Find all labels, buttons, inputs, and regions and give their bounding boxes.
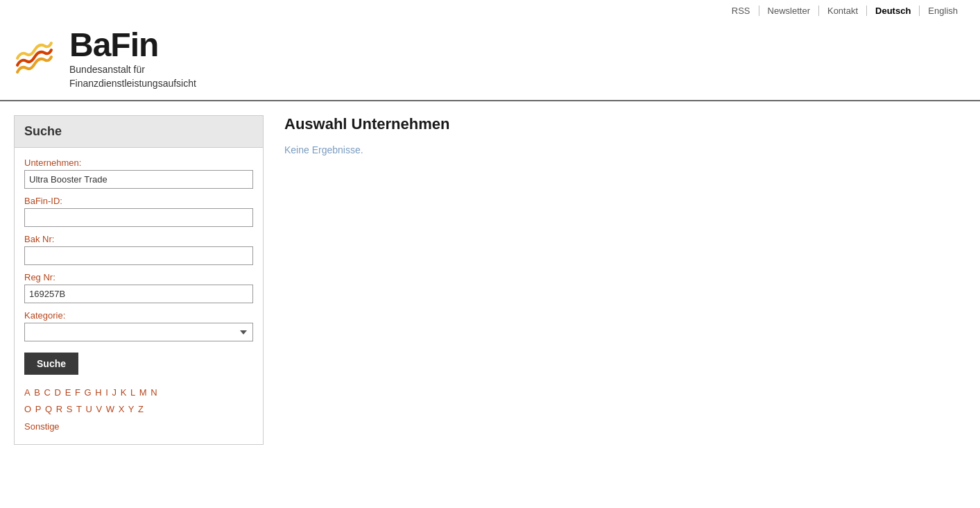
search-button[interactable]: Suche xyxy=(24,353,78,375)
sidebar-title: Suche xyxy=(15,116,263,148)
logo-subtitle: Bundesanstalt für Finanzdienstleistungsa… xyxy=(69,63,196,90)
alpha-link-p[interactable]: P xyxy=(35,404,42,414)
bak-nr-input[interactable] xyxy=(24,246,253,265)
reg-nr-group: Reg Nr: xyxy=(24,272,253,303)
alpha-row-2: O P Q R S T U V W X Y Z xyxy=(24,401,253,417)
logo-name: BaFin xyxy=(69,28,196,62)
newsletter-link[interactable]: Newsletter xyxy=(759,6,819,16)
sidebar-body: Unternehmen: BaFin-ID: Bak Nr: Reg Nr: K… xyxy=(15,148,263,444)
content-title: Auswahl Unternehmen xyxy=(284,115,959,133)
deutsch-link[interactable]: Deutsch xyxy=(867,6,920,16)
unternehmen-group: Unternehmen: xyxy=(24,158,253,189)
alpha-link-i[interactable]: I xyxy=(105,387,108,398)
alpha-link-f[interactable]: F xyxy=(75,387,80,398)
alpha-link-m[interactable]: M xyxy=(139,387,147,398)
alpha-link-r[interactable]: R xyxy=(56,404,62,414)
kategorie-group: Kategorie: xyxy=(24,310,253,341)
top-navigation: RSS Newsletter Kontakt Deutsch English xyxy=(0,0,980,22)
alpha-link-g[interactable]: G xyxy=(85,387,92,398)
content-area: Auswahl Unternehmen Keine Ergebnisse. xyxy=(277,115,966,155)
kategorie-select[interactable] xyxy=(24,323,253,341)
alphabet-links: A B C D E F G H I J K L M N O P xyxy=(24,384,253,434)
english-link[interactable]: English xyxy=(920,6,966,16)
alpha-link-n[interactable]: N xyxy=(151,387,157,398)
search-sidebar: Suche Unternehmen: BaFin-ID: Bak Nr: Reg… xyxy=(14,115,264,445)
alpha-link-b[interactable]: B xyxy=(34,387,40,398)
alpha-link-t[interactable]: T xyxy=(76,404,82,414)
sonstige-link[interactable]: Sonstige xyxy=(24,418,252,434)
alpha-link-w[interactable]: W xyxy=(106,404,114,414)
alpha-link-c[interactable]: C xyxy=(44,387,51,398)
alpha-link-o[interactable]: O xyxy=(24,404,31,414)
reg-nr-input[interactable] xyxy=(24,285,253,303)
rss-link[interactable]: RSS xyxy=(723,6,759,16)
alpha-link-j[interactable]: J xyxy=(112,387,117,398)
alpha-link-u[interactable]: U xyxy=(85,404,92,414)
bafin-id-input[interactable] xyxy=(24,208,253,227)
alpha-row-1: A B C D E F G H I J K L M N xyxy=(24,384,253,400)
alpha-link-y[interactable]: Y xyxy=(128,404,135,414)
bafin-logo-icon xyxy=(14,39,55,81)
bak-nr-group: Bak Nr: xyxy=(24,234,253,265)
unternehmen-input[interactable] xyxy=(24,170,253,189)
alpha-link-x[interactable]: X xyxy=(119,404,125,414)
alpha-link-d[interactable]: D xyxy=(55,387,61,398)
alpha-link-v[interactable]: V xyxy=(96,404,102,414)
alpha-link-a[interactable]: A xyxy=(24,387,31,398)
reg-nr-label: Reg Nr: xyxy=(24,272,253,282)
alpha-link-l[interactable]: L xyxy=(130,387,135,398)
bafin-id-label: BaFin-ID: xyxy=(24,196,253,206)
kategorie-label: Kategorie: xyxy=(24,310,253,321)
kontakt-link[interactable]: Kontakt xyxy=(819,6,867,16)
alpha-link-e[interactable]: E xyxy=(65,387,71,398)
bak-nr-label: Bak Nr: xyxy=(24,234,253,244)
alpha-link-h[interactable]: H xyxy=(95,387,101,398)
alpha-link-k[interactable]: K xyxy=(121,387,127,398)
bafin-id-group: BaFin-ID: xyxy=(24,196,253,227)
site-header: BaFin Bundesanstalt für Finanzdienstleis… xyxy=(0,22,980,100)
unternehmen-label: Unternehmen: xyxy=(24,158,253,168)
main-layout: Suche Unternehmen: BaFin-ID: Bak Nr: Reg… xyxy=(0,101,980,459)
alpha-link-s[interactable]: S xyxy=(67,404,73,414)
alpha-link-q[interactable]: Q xyxy=(45,404,52,414)
logo-text: BaFin Bundesanstalt für Finanzdienstleis… xyxy=(69,28,196,90)
alpha-link-z[interactable]: Z xyxy=(138,404,144,414)
no-results-message: Keine Ergebnisse. xyxy=(284,144,959,155)
